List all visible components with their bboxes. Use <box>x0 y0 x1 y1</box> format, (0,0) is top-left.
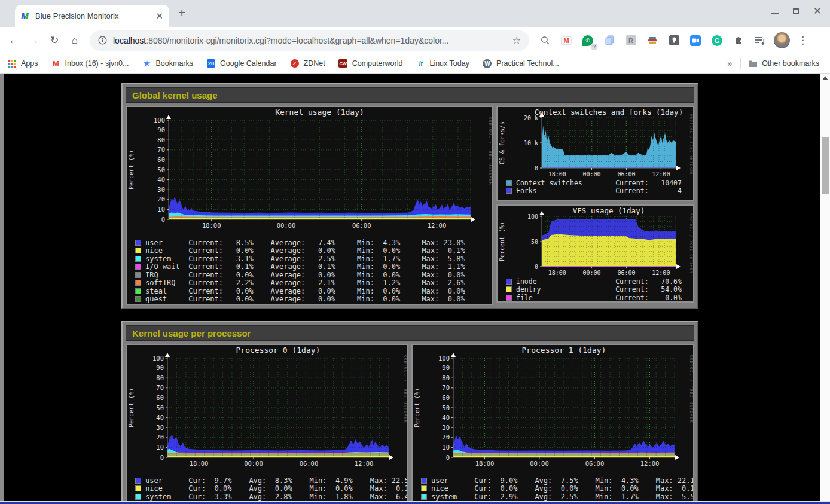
svg-text:40: 40 <box>442 414 450 421</box>
svg-text:12:00: 12:00 <box>428 222 447 229</box>
legend-swatch <box>506 180 512 186</box>
section-header: Kernel usage per processor <box>126 325 694 341</box>
legend-swatch <box>135 264 141 270</box>
svg-text:18:00: 18:00 <box>475 460 495 467</box>
reload-icon[interactable]: ↻ <box>45 34 63 47</box>
bookmark-linux-today[interactable]: ltLinux Today <box>416 59 469 68</box>
bookmark-inbox-16-sjvn0[interactable]: MInbox (16) - sjvn0... <box>51 59 129 68</box>
page-info-icon[interactable] <box>98 36 107 45</box>
kernel-usage-graph-panel[interactable]: 100908070605040302010018:0000:0006:0012:… <box>126 106 493 305</box>
page-scrollbar[interactable] <box>820 74 830 504</box>
bookmark-practical-technol[interactable]: WPractical Technol... <box>483 59 559 68</box>
svg-text:18:00: 18:00 <box>190 460 209 467</box>
legend-row-user: user Current: 8.5% Average: 7.4% Min: 4.… <box>135 239 492 247</box>
grammarly-extension-icon[interactable]: G <box>709 33 725 48</box>
legend-swatch <box>135 288 141 294</box>
window-bottom-border <box>0 502 830 504</box>
window-maximize-icon[interactable] <box>793 8 799 14</box>
svg-text:00:00: 00:00 <box>244 460 263 467</box>
zdnet-icon: Z <box>290 59 300 68</box>
svg-text:50: 50 <box>531 239 538 245</box>
legend-row-nice: nice Current: 0.0% Average: 0.0% Min: 0.… <box>135 247 492 255</box>
bookmarks-overflow-icon[interactable]: » <box>727 59 732 68</box>
window-minimize-icon[interactable] <box>771 8 779 14</box>
section-title: Kernel usage per processor <box>132 328 251 338</box>
legend-text: nice Cur: 0.0% Avg: 0.0% Min: 0.0% Max: … <box>145 484 408 493</box>
browser-menu-icon[interactable]: ⋮ <box>798 34 808 47</box>
lamp-extension-icon[interactable] <box>666 33 682 48</box>
tab-title: Blue Precision Monitorix <box>35 11 152 20</box>
search-extension-icon[interactable] <box>537 33 553 48</box>
legend-row-file: file Current: 0.0% <box>506 294 693 302</box>
bookmark-label: Practical Technol... <box>496 59 559 68</box>
svg-text:80: 80 <box>156 374 164 381</box>
legend-row-system: system Current: 3.1% Average: 2.5% Min: … <box>135 255 492 263</box>
bookmark-bookmarks[interactable]: ★Bookmarks <box>142 59 194 68</box>
svg-text:20: 20 <box>442 433 450 441</box>
wordpress-icon: W <box>483 59 492 68</box>
vfs-usage-legend: inode Current: 70.6%dentry Current: 54.0… <box>498 276 693 302</box>
bookmark-label: Bookmarks <box>156 59 194 68</box>
back-icon[interactable]: ← <box>5 35 23 47</box>
svg-text:18:00: 18:00 <box>548 270 566 276</box>
legend-text: file Current: 0.0% <box>516 294 682 302</box>
legend-swatch <box>135 272 141 278</box>
tab-close-icon[interactable]: ✕ <box>155 11 163 22</box>
url-text[interactable]: localhost:8080/monitorix-cgi/monitorix.c… <box>113 36 506 45</box>
svg-text:90: 90 <box>442 364 450 371</box>
extensions-puzzle-icon[interactable] <box>731 33 746 48</box>
profile-avatar[interactable] <box>774 32 790 48</box>
home-icon[interactable]: ⌂ <box>66 35 84 47</box>
tab-strip: MM Blue Precision Monitorix ✕ + ✕ <box>0 0 830 27</box>
bookmark-apps[interactable]: Apps <box>7 59 38 68</box>
svg-text:90: 90 <box>157 126 165 133</box>
browser-tab[interactable]: MM Blue Precision Monitorix ✕ <box>15 5 169 27</box>
svg-text:00:00: 00:00 <box>530 460 549 467</box>
hangouts-extension-icon[interactable]: ✆? <box>580 33 596 48</box>
svg-text:RRDTOOL / TOBI OETIKER: RRDTOOL / TOBI OETIKER <box>689 213 693 273</box>
copy-pages-extension-icon[interactable] <box>602 33 617 48</box>
svg-text:0: 0 <box>446 454 450 461</box>
new-tab-button[interactable]: + <box>178 5 185 20</box>
bookmark-star-icon[interactable]: ☆ <box>512 35 521 46</box>
window-close-icon[interactable]: ✕ <box>813 8 822 15</box>
scrollbar-thumb[interactable] <box>822 137 829 194</box>
vfs-usage-graph-panel[interactable]: 10050018:0000:0006:0012:00VFS usage (1da… <box>496 204 694 303</box>
legend-swatch <box>135 485 141 491</box>
bookmark-computerworld[interactable]: CWComputerworld <box>338 59 403 68</box>
bookmark-zdnet[interactable]: ZZDNet <box>290 59 325 68</box>
svg-text:60: 60 <box>157 156 165 163</box>
processor-0-legend: user Cur: 9.7% Avg: 8.3% Min: 4.9% Max: … <box>127 475 407 504</box>
processor-0-graph-panel[interactable]: 100908070605040302010018:0000:0006:0012:… <box>126 344 408 504</box>
legend-swatch <box>506 286 512 292</box>
legend-row-user: user Cur: 9.7% Avg: 8.3% Min: 4.9% Max: … <box>135 476 407 485</box>
svg-text:50: 50 <box>442 404 450 411</box>
svg-text:RRDTOOL / TOBI OETIKER: RRDTOOL / TOBI OETIKER <box>689 114 693 175</box>
playlist-extension-icon[interactable] <box>752 33 768 48</box>
r-extension-icon[interactable]: R <box>623 33 639 48</box>
scrollbar-up-icon[interactable] <box>822 76 828 80</box>
books-extension-icon[interactable] <box>645 33 660 48</box>
legend-row-context-switches: Context switches Current: 10407 <box>506 179 693 187</box>
gmail-icon: M <box>51 59 61 68</box>
legend-text: softIRQ Current: 2.2% Average: 2.1% Min:… <box>145 279 465 287</box>
bookmark-google-calendar[interactable]: 28Google Calendar <box>206 59 277 68</box>
svg-text:50: 50 <box>157 166 165 173</box>
processor-1-chart: 100908070605040302010018:0000:0006:0012:… <box>413 345 693 475</box>
processor-1-graph-panel[interactable]: 100908070605040302010018:0000:0006:0012:… <box>411 344 694 504</box>
svg-text:RRDTOOL / TOBI OETIKER: RRDTOOL / TOBI OETIKER <box>689 355 693 423</box>
browser-window: MM Blue Precision Monitorix ✕ + ✕ ← → ↻ … <box>0 0 830 504</box>
svg-text:00:00: 00:00 <box>582 270 600 276</box>
forward-icon[interactable]: → <box>25 35 43 47</box>
url-bar[interactable]: localhost:8080/monitorix-cgi/monitorix.c… <box>90 30 529 51</box>
gmail-extension-icon[interactable]: M <box>559 33 574 48</box>
svg-text:RRDTOOL / TOBI OETIKER: RRDTOOL / TOBI OETIKER <box>403 355 407 423</box>
svg-text:30: 30 <box>157 186 165 193</box>
svg-text:90: 90 <box>156 364 164 371</box>
section-title: Global kernel usage <box>132 90 218 100</box>
other-bookmarks-button[interactable]: Other bookmarks <box>748 59 819 68</box>
svg-text:70: 70 <box>156 384 164 391</box>
context-switches-graph-panel[interactable]: 20 k10 k018:0000:0006:0012:00Context swi… <box>496 106 694 201</box>
zoom-extension-icon[interactable] <box>688 33 703 48</box>
svg-text:100: 100 <box>152 355 164 362</box>
